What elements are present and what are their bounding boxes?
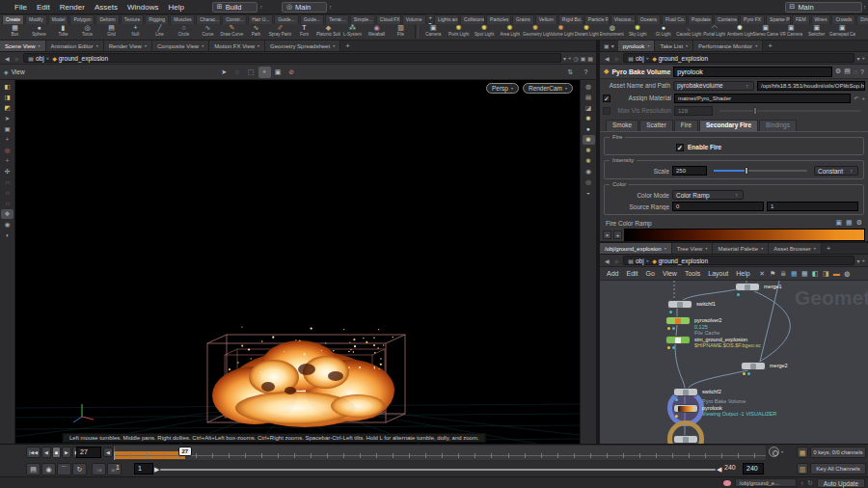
pane-tab[interactable]: Asset Browser▾ [769, 243, 822, 254]
pane-tab[interactable]: /obj/ground_explosion▾ [600, 243, 672, 254]
network-toolbar-icon[interactable]: ▦ [800, 270, 810, 278]
shelf-tab[interactable]: Charac... [196, 14, 221, 24]
shelf-tool[interactable]: ◉Metaball [365, 24, 389, 40]
range-handle-right[interactable]: ◀ [717, 465, 721, 474]
back-icon[interactable]: ◀ [603, 258, 611, 264]
help-icon[interactable]: ? [860, 68, 864, 75]
shelf-tool[interactable]: ✺Point Light [447, 24, 473, 40]
transport-button[interactable]: ■ [52, 447, 61, 458]
shelf-tab[interactable]: Simple... [350, 14, 375, 24]
network-toolbar-icon[interactable]: ≣ [778, 270, 789, 278]
viewport-side-tool-icon[interactable]: ∩ [1, 199, 14, 208]
param-tab[interactable]: Scatter [639, 120, 673, 131]
display-option-icon[interactable]: ✺ [583, 114, 595, 123]
pane-tab[interactable]: Motion FX View▾ [209, 41, 265, 51]
asset-path-field[interactable]: /opt/hfs18.5.351/houdini/otls/OPlibSop.h… [757, 81, 865, 91]
display-option-icon[interactable]: ◪ [583, 103, 595, 113]
shelf-tab[interactable]: Sparse Py... [766, 14, 791, 24]
display-option-icon[interactable]: ◉ [583, 167, 595, 176]
viewport-tool-button[interactable]: ◌ [231, 67, 244, 78]
shelf-tool[interactable]: TFont [292, 24, 316, 40]
context-path-field[interactable]: /obj/ground_e... [735, 478, 797, 487]
path-field[interactable]: ▤obj ▸ ◆ground_explosion [623, 53, 854, 63]
shelf-tab[interactable]: Guide... [274, 14, 299, 24]
shelf-tool[interactable]: ∿Curve [196, 24, 220, 40]
param-tab[interactable]: Fire [674, 120, 698, 131]
network-menu-item[interactable]: Edit [622, 270, 641, 277]
maxvis-slider[interactable] [719, 110, 861, 112]
menu-item[interactable]: Assets [90, 3, 122, 12]
source-range-min-field[interactable]: 0 [672, 202, 764, 211]
chevron-down-icon[interactable]: ▾ [611, 42, 614, 49]
viewport-tool-button[interactable]: + [258, 67, 271, 78]
network-node[interactable] [673, 435, 698, 444]
shelf-tool[interactable]: ▣Stereo Camera [753, 24, 779, 40]
shelf-tool[interactable]: ✺Spot Light [472, 24, 498, 40]
network-menu-item[interactable]: Help [732, 270, 753, 277]
pane-tab[interactable]: Composite View▾ [152, 41, 209, 51]
shelf-tab[interactable]: Texture [121, 14, 144, 24]
add-pane-tab-button[interactable]: + [822, 243, 836, 254]
shelf-tab[interactable]: Volume [402, 14, 426, 24]
playback-option-button[interactable]: ▤ [26, 463, 41, 475]
display-option-icon[interactable]: ◒ [583, 188, 595, 198]
assign-material-checkbox[interactable]: ✓ [603, 95, 610, 102]
scale-slider[interactable] [714, 170, 807, 172]
shelf-tool[interactable]: ✺Geometry Light [523, 24, 549, 40]
shelf-tab[interactable]: Fluid Co... [662, 14, 687, 24]
shelf-tab[interactable]: Wires [811, 14, 831, 24]
timeline-zoom-icon[interactable] [769, 447, 779, 457]
shelf-tab[interactable]: Deform [95, 14, 119, 24]
add-shelf-icon[interactable]: + ▾ [427, 14, 435, 24]
timeline-ruler[interactable]: 127 [113, 445, 767, 461]
playback-option-button[interactable]: ◉ [41, 463, 56, 475]
network-node[interactable] [673, 404, 698, 413]
viewport-side-tool-icon[interactable]: ◉ [1, 220, 14, 230]
playback-option-button[interactable]: ⌒ [57, 463, 71, 475]
path-field[interactable]: ▤obj ▸ ◆ground_explosion [623, 256, 854, 265]
shelf-tool[interactable]: ✺Distant Light [574, 24, 600, 40]
shelf-tool[interactable]: ✺Volume Light [549, 24, 575, 40]
dopesheet-icon[interactable]: ▦ [797, 447, 808, 458]
transport-button[interactable]: ◀ [41, 447, 51, 458]
viewport-side-tool-icon[interactable]: ◨ [1, 93, 14, 102]
color-mode-dropdown[interactable]: Color Ramp↕ [672, 190, 744, 200]
shelf-tool[interactable]: ◟Caustic Light [676, 24, 702, 40]
chevron-down-icon[interactable]: ▾ [856, 55, 859, 62]
pane-tab[interactable]: Performance Monitor▾ [693, 41, 763, 51]
shelf-tool[interactable]: ◍Environment Light [600, 24, 626, 40]
path-bar-icon[interactable]: ▦ [587, 55, 593, 62]
shelf-tool[interactable]: ✺Ambient Light [727, 24, 753, 40]
viewport-tool-button[interactable]: ⊘ [285, 67, 298, 78]
shelf-tab[interactable]: FEM [792, 14, 810, 24]
main-desktop-select[interactable]: ◎ Main [282, 2, 327, 13]
viewport-side-tool-icon[interactable]: ∩ [1, 177, 14, 187]
display-option-icon[interactable]: ● [583, 124, 595, 134]
shelf-tool[interactable]: ⁂L-System [340, 24, 365, 40]
search-icon[interactable]: ◌ [854, 68, 857, 75]
menu-item[interactable]: Windows [122, 3, 163, 12]
pane-tab[interactable]: Tree View▾ [672, 243, 714, 254]
forward-icon[interactable]: ▶ [613, 55, 622, 62]
forward-icon[interactable]: ▶ [613, 258, 622, 264]
shelf-tab[interactable]: Grains [512, 14, 534, 24]
shelf-tab[interactable]: Model [48, 14, 69, 24]
menu-item[interactable]: File [10, 3, 32, 12]
shelf-tab[interactable]: Lights an... [434, 14, 459, 24]
shelf-tool[interactable]: ▣Camera [420, 24, 447, 40]
network-menu-item[interactable]: View [659, 270, 681, 277]
message-icon[interactable] [723, 480, 731, 486]
forward-icon[interactable]: ▶ [14, 55, 22, 62]
display-option-icon[interactable]: ◍ [583, 82, 595, 92]
shelf-tool[interactable]: ✐Spray Paint [268, 24, 292, 40]
build-desktop-select[interactable]: ⊞ Build [212, 2, 258, 13]
key-all-channels-button[interactable]: Key All Channels [810, 463, 866, 474]
shelf-tool[interactable]: ✺Sky Light [625, 24, 651, 40]
pane-tab[interactable]: Take List▾ [655, 41, 693, 51]
shelf-tab[interactable]: Particles [486, 14, 511, 24]
pane-tab[interactable]: Animation Editor▾ [46, 41, 104, 51]
shelf-tab[interactable]: Drive Si... [856, 14, 868, 24]
network-toolbar-icon[interactable]: ◍ [842, 270, 853, 278]
network-node[interactable] [665, 316, 691, 325]
network-menu-item[interactable]: Go [642, 270, 659, 277]
